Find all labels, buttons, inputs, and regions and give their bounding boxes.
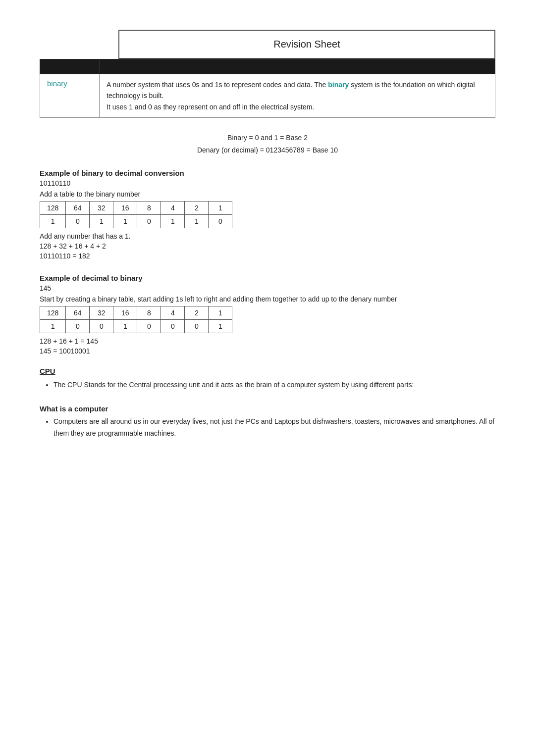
page-container: Revision Sheet binary A number system th… xyxy=(40,30,495,440)
dtb-h7: 2 xyxy=(185,306,209,319)
btd-number: 10110110 xyxy=(40,179,495,187)
btd-calc1: 128 + 32 + 16 + 4 + 2 xyxy=(40,242,495,250)
header-title: Revision Sheet xyxy=(119,30,495,58)
dtb-v3: 0 xyxy=(90,319,113,333)
dtb-table: 128 64 32 16 8 4 2 1 1 0 0 1 0 0 0 1 xyxy=(40,306,232,333)
btd-v8: 0 xyxy=(209,214,232,228)
center-text-block: Binary = 0 and 1 = Base 2 Denary (or dec… xyxy=(40,132,495,156)
decimal-to-binary-section: Example of decimal to binary 145 Start b… xyxy=(40,274,495,355)
dtb-header-row: 128 64 32 16 8 4 2 1 xyxy=(40,306,232,319)
cpu-bullet: The CPU Stands for the Central processin… xyxy=(54,379,495,391)
binary-to-decimal-section: Example of binary to decimal conversion … xyxy=(40,169,495,260)
btd-note: Add any number that has a 1. xyxy=(40,232,495,240)
dtb-h6: 4 xyxy=(161,306,185,319)
cpu-section: CPU The CPU Stands for the Central proce… xyxy=(40,367,495,391)
def-header-left xyxy=(40,59,100,74)
dtb-h3: 32 xyxy=(90,306,113,319)
dtb-v1: 1 xyxy=(40,319,66,333)
btd-h8: 1 xyxy=(209,201,232,214)
dtb-v8: 1 xyxy=(209,319,232,333)
btd-header-row: 128 64 32 16 8 4 2 1 xyxy=(40,201,232,214)
cpu-list: The CPU Stands for the Central processin… xyxy=(54,379,495,391)
btd-instruction: Add a table to the binary number xyxy=(40,190,495,198)
computer-bullet: Computers are all around us in our every… xyxy=(54,416,495,440)
dtb-calc2: 145 = 10010001 xyxy=(40,347,495,355)
btd-h6: 4 xyxy=(161,201,185,214)
btd-heading: Example of binary to decimal conversion xyxy=(40,169,495,177)
dtb-calc1: 128 + 16 + 1 = 145 xyxy=(40,337,495,345)
btd-calc2: 10110110 = 182 xyxy=(40,252,495,260)
btd-h1: 128 xyxy=(40,201,66,214)
btd-v6: 1 xyxy=(161,214,185,228)
center-line1: Binary = 0 and 1 = Base 2 xyxy=(40,132,495,144)
dtb-h4: 16 xyxy=(113,306,137,319)
center-line2: Denary (or decimal) = 0123456789 = Base … xyxy=(40,144,495,156)
btd-h4: 16 xyxy=(113,201,137,214)
dtb-v6: 0 xyxy=(161,319,185,333)
cpu-heading: CPU xyxy=(40,367,495,375)
dtb-instruction: Start by creating a binary table, start … xyxy=(40,295,495,303)
btd-h5: 8 xyxy=(137,201,161,214)
btd-v2: 0 xyxy=(66,214,90,228)
dtb-v5: 0 xyxy=(137,319,161,333)
btd-v3: 1 xyxy=(90,214,113,228)
computer-section: What is a computer Computers are all aro… xyxy=(40,404,495,440)
binary-definition: A number system that uses 0s and 1s to r… xyxy=(100,74,495,118)
dtb-number: 145 xyxy=(40,284,495,292)
btd-values-row: 1 0 1 1 0 1 1 0 xyxy=(40,214,232,228)
btd-v4: 1 xyxy=(113,214,137,228)
definition-table: binary A number system that uses 0s and … xyxy=(40,59,495,118)
header-table: Revision Sheet xyxy=(40,30,495,59)
dtb-v2: 0 xyxy=(66,319,90,333)
dtb-heading: Example of decimal to binary xyxy=(40,274,495,282)
def-header-right xyxy=(100,59,495,74)
dtb-values-row: 1 0 0 1 0 0 0 1 xyxy=(40,319,232,333)
binary-highlight: binary xyxy=(328,81,349,89)
btd-h3: 32 xyxy=(90,201,113,214)
computer-list: Computers are all around us in our every… xyxy=(54,416,495,440)
binary-term: binary xyxy=(40,74,100,118)
btd-table: 128 64 32 16 8 4 2 1 1 0 1 1 0 1 1 0 xyxy=(40,201,232,228)
dtb-v7: 0 xyxy=(185,319,209,333)
btd-v5: 0 xyxy=(137,214,161,228)
dtb-h1: 128 xyxy=(40,306,66,319)
dtb-v4: 1 xyxy=(113,319,137,333)
btd-h2: 64 xyxy=(66,201,90,214)
header-left-spacer xyxy=(40,30,119,58)
computer-heading: What is a computer xyxy=(40,404,495,413)
btd-v1: 1 xyxy=(40,214,66,228)
btd-v7: 1 xyxy=(185,214,209,228)
btd-h7: 2 xyxy=(185,201,209,214)
dtb-h5: 8 xyxy=(137,306,161,319)
dtb-h8: 1 xyxy=(209,306,232,319)
dtb-h2: 64 xyxy=(66,306,90,319)
